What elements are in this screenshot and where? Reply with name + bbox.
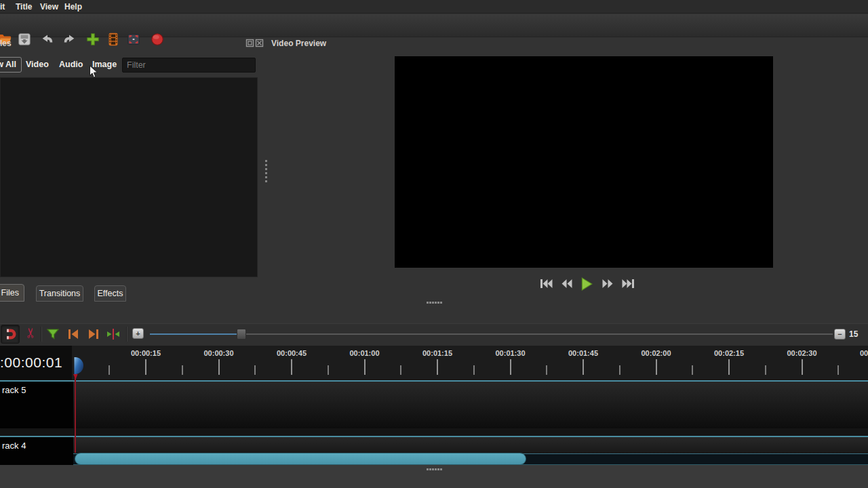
save-project-icon[interactable] [17,32,32,47]
zoom-slider-thumb[interactable] [237,329,246,340]
ruler-tick-minor [328,365,329,375]
snapping-toggle-button[interactable] [1,325,20,344]
filter-audio-button[interactable]: Audio [59,57,83,73]
ruler-tick-major [656,359,657,375]
track-4-header[interactable]: rack 4 [0,437,73,465]
fast-forward-button[interactable] [601,278,614,290]
close-panel-icon[interactable] [255,39,264,47]
menu-view[interactable]: View [40,0,58,14]
ruler-tick-major [291,359,292,375]
project-files-panel-title: les [0,38,12,49]
timeline-scrollbar-thumb[interactable] [75,453,526,465]
project-files-list[interactable] [0,77,258,277]
rewind-button[interactable] [560,278,574,290]
ruler-timestamp: 00:01:15 [422,349,452,357]
preview-splitter-handle[interactable] [427,302,443,304]
menu-title[interactable]: Title [16,0,32,14]
ruler-tick-minor [400,365,401,375]
zoom-scale-label: 15 se [849,323,868,345]
ruler-timestamp: 00:02:00 [641,349,671,357]
ruler-tick-major [510,359,511,375]
menu-bar: it Title View Help [0,0,868,14]
ruler-tick-minor [108,365,110,375]
main-toolbar [0,14,868,37]
previous-marker-button[interactable] [66,327,81,342]
fullscreen-icon[interactable] [126,32,141,47]
toolbar-separator [126,327,127,342]
current-time-display: :00:00:01 [0,354,62,371]
video-preview-panel-title: Video Preview [271,38,326,49]
ruler-timestamp: 00:00:45 [277,349,307,357]
ruler-timestamp: 00:01:45 [568,349,598,357]
ruler-tick-major [364,359,366,375]
jump-to-start-button[interactable] [540,278,553,290]
play-button[interactable] [580,277,593,291]
ruler-tick-minor [619,365,620,375]
menu-edit[interactable]: it [0,0,5,14]
toolbar-separator [41,327,42,342]
ruler-timestamp: 00:02:30 [787,349,816,357]
choose-profile-icon[interactable] [106,32,121,47]
magnet-icon [3,327,17,341]
ruler-tick-major [145,359,146,375]
tab-project-files[interactable]: t Files [0,284,24,302]
zoom-slider-fill [150,333,237,335]
ruler-timestamp: 00:02:15 [714,349,744,357]
menu-help[interactable]: Help [64,0,82,14]
timeline-splitter-handle[interactable] [427,468,443,470]
zoom-out-button[interactable]: − [834,329,846,340]
ruler-tick-major [583,359,584,375]
timeline-tracks-area[interactable]: rack 5 rack 4 [0,380,868,465]
track-5-label: rack 5 [2,385,26,395]
filter-input[interactable] [122,58,256,73]
ruler-tick-minor [765,365,766,375]
zoom-in-button[interactable]: + [132,328,144,339]
export-video-icon[interactable] [150,32,165,47]
mouse-cursor [89,65,98,79]
ruler-tick-major [728,359,730,375]
track-5-header[interactable]: rack 5 [0,382,73,428]
ruler-tick-minor [473,365,475,375]
float-panel-icon[interactable] [245,39,254,47]
ruler-tick-minor [182,365,183,375]
ruler-tick-major [218,359,220,375]
next-marker-button[interactable] [86,327,101,342]
track-row-5[interactable] [0,382,868,428]
ruler-timestamp: 00:00:15 [131,349,161,357]
ruler-tick-minor [546,365,547,375]
razor-tool-button[interactable]: ✂ [22,325,37,340]
panel-splitter-handle[interactable] [265,160,267,184]
ruler-timestamp: 00:02:45 [860,349,868,357]
center-on-playhead-button[interactable] [106,327,121,342]
ruler-tick-major [437,359,438,375]
show-all-filter-button[interactable]: w All [0,57,22,73]
ruler-tick-minor [254,365,256,375]
track-4-label: rack 4 [2,441,26,451]
tab-effects[interactable]: Effects [94,285,126,302]
undo-icon[interactable] [40,32,55,47]
ruler-timestamp: 00:01:00 [349,349,379,357]
playhead-marker[interactable] [73,357,83,380]
tab-transitions[interactable]: Transitions [36,285,83,302]
playhead-line [75,373,76,453]
import-files-icon[interactable] [85,32,100,47]
video-preview-screen [395,56,773,268]
timeline-ruler[interactable]: :00:00:01 00:00:1500:00:3000:00:4500:01:… [0,346,868,380]
ruler-timestamp: 00:00:30 [203,349,233,357]
add-marker-button[interactable] [45,327,60,342]
ruler-timestamp: 00:01:30 [495,349,525,357]
filter-video-button[interactable]: Video [26,57,49,73]
zoom-slider-track[interactable] [150,333,833,335]
ruler-tick-minor [692,365,693,375]
current-time-box: :00:00:01 [0,346,72,380]
ruler-tick-major [802,359,803,375]
jump-to-end-button[interactable] [621,278,635,290]
redo-icon[interactable] [62,32,77,47]
ruler-tick-minor [837,365,839,375]
